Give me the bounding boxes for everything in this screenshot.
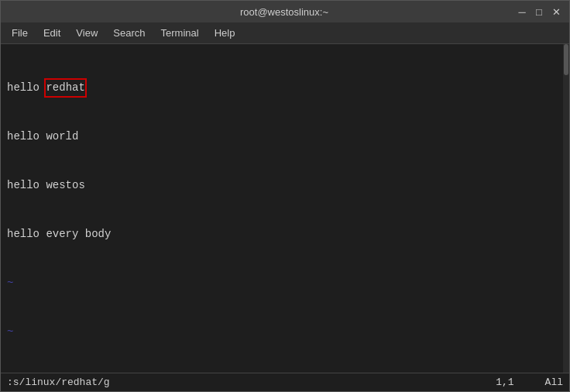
menu-terminal[interactable]: Terminal [153, 26, 207, 40]
title-bar: root@westoslinux:~ ─ □ ✕ [1, 1, 569, 22]
status-view: All [545, 377, 563, 388]
menu-search[interactable]: Search [105, 26, 153, 40]
editor-line-4: hello every body [7, 226, 563, 242]
status-position: 1,1 [496, 377, 513, 388]
editor-content[interactable]: hello redhat hello world hello westos he… [1, 44, 569, 373]
tilde-2: ~ [7, 324, 563, 340]
status-bar: :s/linux/redhat/g 1,1 All [1, 373, 569, 391]
line4-text: hello every body [7, 226, 111, 242]
maximize-button[interactable]: □ [532, 5, 546, 19]
editor-line-2: hello world [7, 129, 563, 145]
editor-area: hello redhat hello world hello westos he… [1, 44, 569, 373]
minimize-button[interactable]: ─ [515, 5, 529, 19]
status-right: 1,1 All [496, 377, 563, 388]
status-command: :s/linux/redhat/g [7, 377, 496, 388]
menu-bar: File Edit View Search Terminal Help [1, 22, 569, 44]
menu-view[interactable]: View [68, 26, 105, 40]
tilde-1: ~ [7, 275, 563, 291]
scrollbar-thumb[interactable] [564, 44, 568, 75]
menu-file[interactable]: File [4, 26, 36, 40]
window-controls: ─ □ ✕ [515, 5, 563, 19]
scrollbar[interactable] [563, 44, 569, 373]
window-title: root@westoslinux:~ [53, 6, 515, 18]
editor-line-1: hello redhat [7, 80, 563, 96]
line2-text: hello world [7, 129, 78, 145]
highlighted-word: redhat [46, 80, 84, 96]
terminal-window: root@westoslinux:~ ─ □ ✕ File Edit View … [0, 0, 570, 392]
line3-text: hello westos [7, 177, 85, 194]
editor-line-3: hello westos [7, 177, 563, 194]
menu-help[interactable]: Help [207, 26, 243, 40]
menu-edit[interactable]: Edit [36, 26, 68, 40]
line1-before: hello [7, 80, 46, 96]
close-button[interactable]: ✕ [549, 5, 563, 19]
